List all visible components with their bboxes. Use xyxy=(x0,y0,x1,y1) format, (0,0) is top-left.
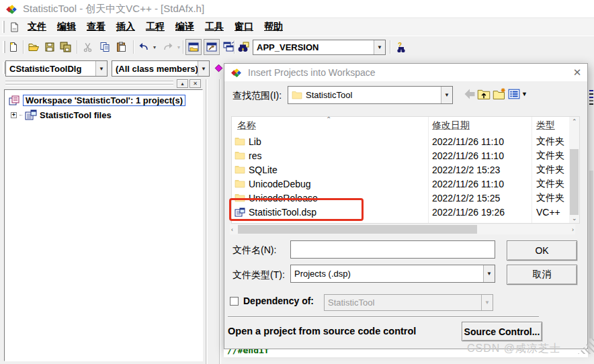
save-all-button[interactable] xyxy=(58,39,74,55)
watermark: CSDN @咸凉芝士 xyxy=(467,342,561,356)
panel-grip[interactable] xyxy=(5,81,173,83)
column-header-date[interactable]: 修改日期 xyxy=(432,120,470,132)
menu-item[interactable]: 帮助 xyxy=(259,21,288,33)
class-combo-value: CStatisticToolDlg xyxy=(6,64,95,74)
members-combo[interactable]: (All class members) ▼ xyxy=(112,60,210,77)
menu-item[interactable]: 查看 xyxy=(81,21,111,33)
mdi-document-icon[interactable] xyxy=(9,22,19,32)
file-type: 文件夹 xyxy=(536,164,564,176)
new-folder-icon[interactable] xyxy=(493,88,506,100)
list-vertical-scrollbar[interactable]: ⌃ ⌄ xyxy=(569,117,579,224)
workspace-pane-toggle[interactable] xyxy=(185,39,202,55)
menubar-grip[interactable] xyxy=(2,21,5,33)
wizard-action-diamond-icon[interactable] xyxy=(214,63,224,73)
folder-icon xyxy=(235,151,245,160)
code-fragment xyxy=(589,100,593,101)
editor-scrollbar[interactable] xyxy=(589,171,593,338)
undo-dropdown-caret[interactable]: ▾ xyxy=(153,44,156,50)
source-control-button[interactable]: Source Control... xyxy=(462,322,542,341)
menu-item[interactable]: 插入 xyxy=(111,21,140,33)
up-folder-icon[interactable] xyxy=(477,88,491,100)
panel-minimize-button[interactable]: ▴ xyxy=(177,79,188,88)
scroll-up-icon[interactable]: ⌃ xyxy=(572,118,577,125)
undo-button[interactable] xyxy=(136,39,152,55)
new-file-button[interactable] xyxy=(5,39,22,55)
column-header-name[interactable]: 名称 xyxy=(237,120,256,132)
menu-item[interactable]: 工程 xyxy=(140,21,170,33)
find-combo-arrow-icon[interactable]: ▼ xyxy=(374,40,385,54)
panel-grip[interactable] xyxy=(5,84,173,86)
dialog-close-button[interactable]: ✕ xyxy=(567,64,587,81)
tree-root-row[interactable]: Workspace 'StatisticTool': 1 project(s) xyxy=(9,95,185,106)
redo-button[interactable] xyxy=(160,39,176,55)
undo-icon xyxy=(138,42,149,52)
look-in-combo[interactable]: StatisticTool ▼ xyxy=(288,86,453,104)
redo-dropdown-caret[interactable]: ▾ xyxy=(177,44,180,50)
column-header-type[interactable]: 类型 xyxy=(536,120,555,132)
scroll-down-icon[interactable]: ⌄ xyxy=(572,215,577,222)
dependency-checkbox[interactable] xyxy=(230,297,239,306)
sort-ascending-icon[interactable]: ⌃ xyxy=(326,116,331,123)
tree-root-label[interactable]: Workspace 'StatisticTool': 1 project(s) xyxy=(23,95,185,106)
open-button[interactable] xyxy=(26,39,42,55)
workspace-pane-icon xyxy=(188,42,200,52)
file-type-combo[interactable]: Projects (.dsp) ▼ xyxy=(290,265,495,283)
file-row[interactable]: UnicodeDebug2022/11/26 11:10文件夹 xyxy=(232,177,579,191)
panel-splitter[interactable] xyxy=(206,79,208,364)
open-folder-icon xyxy=(28,42,40,52)
panel-close-button[interactable]: ✕ xyxy=(189,79,201,88)
scroll-thumb[interactable] xyxy=(570,149,579,215)
dependency-value: StatisticTool xyxy=(325,298,481,308)
file-name[interactable]: Lib xyxy=(249,136,261,147)
ok-button[interactable]: OK xyxy=(507,240,577,261)
members-combo-arrow-icon[interactable]: ▼ xyxy=(198,61,209,76)
cut-button[interactable] xyxy=(79,39,95,55)
class-combo[interactable]: CStatisticToolDlg ▼ xyxy=(5,60,108,77)
menu-item[interactable]: 文件 xyxy=(22,21,52,33)
scroll-right-icon[interactable]: › xyxy=(572,226,574,233)
menu-item[interactable]: 工具 xyxy=(200,21,229,33)
menu-item[interactable]: 窗口 xyxy=(229,21,259,33)
find-combo[interactable]: APP_VERSION ▼ xyxy=(253,40,386,55)
file-name-label: 文件名(N): xyxy=(232,244,276,257)
tree-child-label[interactable]: StatisticTool files xyxy=(40,110,112,120)
search-help-button[interactable]: ? xyxy=(392,39,409,55)
scroll-thumb[interactable] xyxy=(238,225,477,234)
view-menu-icon[interactable] xyxy=(508,88,520,100)
save-button[interactable] xyxy=(42,39,58,55)
file-name[interactable]: UnicodeDebug xyxy=(249,179,311,189)
back-icon[interactable] xyxy=(463,88,476,100)
cascade-windows-icon xyxy=(223,42,235,52)
dialog-separator xyxy=(228,316,539,318)
code-fragment xyxy=(589,103,593,105)
menu-item[interactable]: 编辑 xyxy=(52,21,81,33)
output-pane-toggle[interactable] xyxy=(204,39,220,55)
cancel-button[interactable]: 取消 xyxy=(507,265,577,285)
file-row[interactable]: SQLite2022/12/2 15:23文件夹 xyxy=(232,163,579,177)
file-row[interactable]: res2022/11/26 11:10文件夹 xyxy=(232,148,579,163)
file-name-input[interactable] xyxy=(290,240,495,259)
output-pane-icon xyxy=(206,42,218,52)
view-menu-caret-icon[interactable]: ▼ xyxy=(521,91,527,97)
look-in-label: 查找范围(I): xyxy=(232,90,282,102)
dialog-title: Insert Projects into Workspace xyxy=(248,67,561,78)
file-name[interactable]: SQLite xyxy=(249,165,278,175)
scroll-left-icon[interactable]: ‹ xyxy=(231,226,233,233)
file-name[interactable]: res xyxy=(249,150,261,161)
menu-item[interactable]: 编译 xyxy=(170,21,200,33)
paste-button[interactable] xyxy=(113,39,129,55)
editor-sliver xyxy=(589,63,594,364)
redo-icon xyxy=(163,42,173,52)
file-type-arrow-icon[interactable]: ▼ xyxy=(483,265,495,282)
dependency-combo[interactable]: StatisticTool ▼ xyxy=(324,294,493,311)
file-row[interactable]: Lib2022/11/26 11:10文件夹 xyxy=(232,134,579,148)
look-in-arrow-icon[interactable]: ▼ xyxy=(441,87,452,103)
find-in-files-button[interactable] xyxy=(235,39,251,55)
copy-button[interactable] xyxy=(97,39,113,55)
class-combo-arrow-icon[interactable]: ▼ xyxy=(95,61,107,76)
dialog-titlebar: Insert Projects into Workspace ✕ xyxy=(224,64,587,81)
menu-items: 文件编辑查看插入工程编译工具窗口帮助 xyxy=(22,21,288,33)
tree-child-row[interactable]: + StatisticTool files xyxy=(11,109,112,120)
list-horizontal-scrollbar[interactable]: ‹ › xyxy=(230,224,575,234)
tree-expand-icon[interactable]: + xyxy=(11,112,17,118)
